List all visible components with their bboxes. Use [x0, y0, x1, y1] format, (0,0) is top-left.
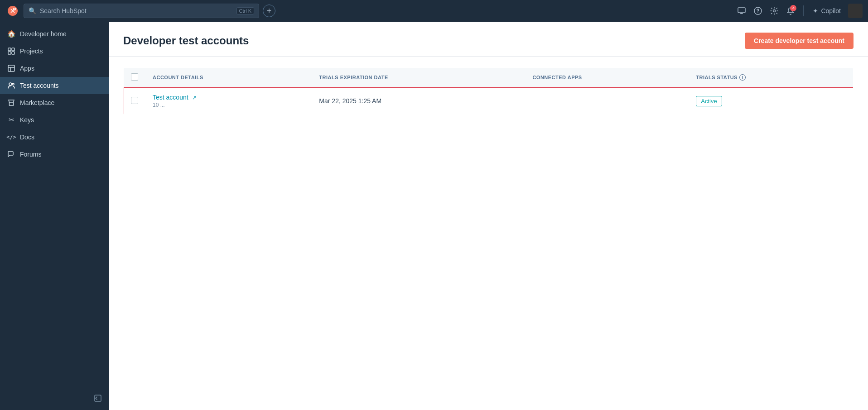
- svg-rect-11: [8, 65, 14, 72]
- create-developer-test-account-button[interactable]: Create developer test account: [745, 33, 854, 49]
- nav-divider: [803, 5, 804, 16]
- notifications-icon[interactable]: 4: [783, 4, 798, 18]
- external-link-icon[interactable]: ↗: [192, 95, 197, 101]
- sidebar-item-label: Keys: [20, 116, 34, 124]
- svg-point-6: [773, 10, 776, 12]
- page-header: Developer test accounts Create developer…: [109, 22, 868, 57]
- sidebar-item-label: Developer home: [20, 30, 67, 38]
- sidebar-collapse-button[interactable]: [0, 390, 109, 406]
- copilot-button[interactable]: ✦ Copilot: [809, 5, 844, 16]
- row-checkbox-cell: [124, 87, 146, 115]
- svg-rect-7: [8, 48, 11, 51]
- docs-icon: </>: [7, 133, 15, 141]
- svg-point-13: [12, 83, 14, 85]
- top-navigation: 🔍 Search HubSpot Ctrl K +: [0, 0, 868, 22]
- add-button[interactable]: +: [263, 5, 275, 17]
- sidebar-item-label: Docs: [20, 133, 34, 141]
- sidebar-item-projects[interactable]: Projects: [0, 43, 109, 60]
- sidebar-item-label: Forums: [20, 151, 41, 158]
- search-icon: 🔍: [29, 7, 36, 14]
- connected-apps-cell: [525, 87, 689, 115]
- sidebar-item-test-accounts[interactable]: Test accounts: [0, 77, 109, 94]
- search-shortcut: Ctrl K: [236, 7, 255, 14]
- apps-icon: [7, 64, 15, 72]
- svg-rect-3: [738, 8, 745, 13]
- svg-rect-9: [8, 52, 11, 54]
- select-all-column: [124, 68, 146, 87]
- screen-icon[interactable]: [734, 4, 749, 18]
- keys-icon: ✂: [7, 116, 15, 124]
- svg-point-12: [9, 83, 12, 86]
- select-all-checkbox[interactable]: [131, 73, 138, 81]
- sidebar-item-forums[interactable]: Forums: [0, 146, 109, 163]
- topnav-icons: 4: [734, 4, 798, 18]
- sidebar-item-keys[interactable]: ✂ Keys: [0, 111, 109, 129]
- sidebar-item-label: Test accounts: [20, 82, 59, 89]
- main-layout: 🏠 Developer home Projects Apps: [0, 22, 868, 410]
- svg-rect-10: [12, 52, 14, 54]
- sidebar-item-docs[interactable]: </> Docs: [0, 129, 109, 146]
- expiration-date-cell: Mar 22, 2025 1:25 AM: [312, 87, 525, 115]
- status-cell: Active: [689, 87, 853, 115]
- table-area: ACCOUNT DETAILS TRIALS EXPIRATION DATE C…: [109, 57, 868, 126]
- projects-icon: [7, 47, 15, 55]
- account-id: 10 ...: [153, 102, 304, 108]
- copilot-star-icon: ✦: [813, 7, 818, 14]
- home-icon: 🏠: [7, 30, 15, 38]
- table-body: Test account ↗ 10 ... Mar 22, 2025 1:25 …: [124, 87, 854, 115]
- search-bar[interactable]: 🔍 Search HubSpot Ctrl K: [24, 4, 259, 18]
- hubspot-logo[interactable]: [5, 4, 20, 18]
- search-placeholder: Search HubSpot: [40, 7, 87, 14]
- user-avatar[interactable]: [848, 4, 863, 18]
- account-details-column-header: ACCOUNT DETAILS: [145, 68, 312, 87]
- account-details-cell: Test account ↗ 10 ...: [145, 87, 312, 115]
- copilot-label: Copilot: [821, 7, 841, 14]
- trials-status-info-icon[interactable]: i: [739, 74, 746, 81]
- table-row: Test account ↗ 10 ... Mar 22, 2025 1:25 …: [124, 87, 854, 115]
- sidebar-item-apps[interactable]: Apps: [0, 60, 109, 77]
- page-title: Developer test accounts: [123, 34, 249, 47]
- test-accounts-table: ACCOUNT DETAILS TRIALS EXPIRATION DATE C…: [123, 67, 854, 115]
- sidebar-item-label: Projects: [20, 48, 43, 55]
- notification-badge: 4: [790, 5, 796, 11]
- forums-icon: [7, 150, 15, 158]
- sidebar-item-label: Marketplace: [20, 99, 54, 106]
- table-header: ACCOUNT DETAILS TRIALS EXPIRATION DATE C…: [124, 68, 854, 87]
- trials-status-column-header: TRIALS STATUS i: [689, 68, 853, 87]
- sidebar-item-marketplace[interactable]: Marketplace: [0, 94, 109, 111]
- row-checkbox[interactable]: [131, 97, 138, 104]
- sidebar-item-label: Apps: [20, 65, 34, 72]
- svg-point-5: [758, 12, 759, 13]
- account-name-link[interactable]: Test account: [153, 94, 188, 101]
- connected-apps-column-header: CONNECTED APPS: [525, 68, 689, 87]
- sidebar-item-developer-home[interactable]: 🏠 Developer home: [0, 25, 109, 43]
- marketplace-icon: [7, 99, 15, 107]
- status-badge: Active: [696, 96, 722, 106]
- main-content: Developer test accounts Create developer…: [109, 22, 868, 410]
- trials-expiration-date-column-header: TRIALS EXPIRATION DATE: [312, 68, 525, 87]
- help-icon[interactable]: [751, 4, 765, 18]
- test-accounts-icon: [7, 81, 15, 90]
- svg-rect-8: [12, 48, 14, 51]
- sidebar: 🏠 Developer home Projects Apps: [0, 22, 109, 410]
- settings-icon[interactable]: [767, 4, 781, 18]
